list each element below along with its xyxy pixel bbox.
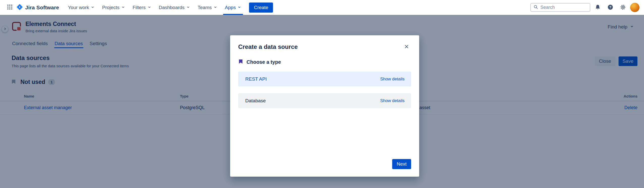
create-data-source-modal: Create a data source Choose a type REST … <box>230 35 419 177</box>
nav-item-projects[interactable]: Projects <box>98 0 129 15</box>
search-box[interactable] <box>530 3 590 12</box>
bell-icon <box>595 4 601 11</box>
jira-logo[interactable]: Jira Software <box>16 4 59 12</box>
nav-item-label: Teams <box>198 5 212 10</box>
notifications-button[interactable] <box>592 2 603 13</box>
chevron-down-icon <box>147 5 151 10</box>
search-input[interactable] <box>540 5 587 10</box>
app-switcher-button[interactable] <box>5 2 15 13</box>
option-label: Database <box>245 98 266 104</box>
help-button[interactable]: ? <box>605 2 616 13</box>
help-icon: ? <box>607 4 614 11</box>
show-details-link-database[interactable]: Show details <box>380 98 405 103</box>
nav-item-filters[interactable]: Filters <box>129 0 155 15</box>
nav-item-label: Dashboards <box>159 5 185 10</box>
grid-icon <box>7 4 13 11</box>
nav-item-label: Your work <box>68 5 89 10</box>
close-icon <box>404 44 410 50</box>
settings-button[interactable] <box>618 2 628 13</box>
product-name: Jira Software <box>25 5 59 11</box>
modal-close-button[interactable] <box>402 42 411 51</box>
option-rest-api[interactable]: REST API Show details <box>238 72 411 86</box>
step-bullet-icon <box>238 59 243 65</box>
gear-icon <box>620 4 626 11</box>
chevron-down-icon <box>91 5 95 10</box>
step-title: Choose a type <box>247 59 281 65</box>
nav-item-label: Filters <box>133 5 146 10</box>
create-button[interactable]: Create <box>249 3 273 13</box>
option-label: REST API <box>245 76 267 82</box>
chevron-down-icon <box>213 5 217 10</box>
nav-item-teams[interactable]: Teams <box>194 0 221 15</box>
modal-title: Create a data source <box>238 43 298 50</box>
nav-item-apps[interactable]: Apps <box>221 0 245 15</box>
nav-item-label: Apps <box>225 5 236 10</box>
chevron-down-icon <box>237 5 241 10</box>
jira-logo-icon <box>16 4 23 12</box>
top-navbar: Jira Software Your work Projects Filters… <box>0 0 644 15</box>
search-icon <box>533 5 538 10</box>
show-details-link-rest-api[interactable]: Show details <box>380 77 405 82</box>
nav-item-dashboards[interactable]: Dashboards <box>155 0 194 15</box>
next-button[interactable]: Next <box>392 159 411 169</box>
nav-item-label: Projects <box>102 5 119 10</box>
primary-navigation: Your work Projects Filters Dashboards Te… <box>64 0 245 15</box>
nav-item-your-work[interactable]: Your work <box>64 0 99 15</box>
chevron-down-icon <box>121 5 125 10</box>
option-database[interactable]: Database Show details <box>238 93 411 108</box>
chevron-down-icon <box>186 5 190 10</box>
user-avatar[interactable] <box>630 3 639 12</box>
svg-text:?: ? <box>609 5 611 9</box>
